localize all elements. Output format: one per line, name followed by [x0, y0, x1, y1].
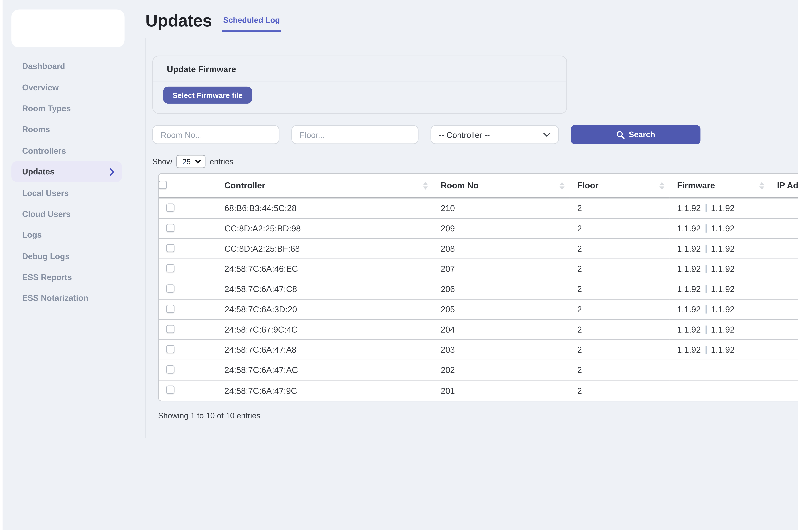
- row-checkbox[interactable]: [166, 284, 174, 292]
- ip-address-cell: [770, 340, 798, 360]
- sidebar-item-rooms[interactable]: Rooms: [11, 119, 122, 140]
- column-header-firmware[interactable]: Firmware: [669, 174, 770, 198]
- sidebar: DashboardOverviewRoom TypesRoomsControll…: [0, 0, 146, 532]
- controllers-table: Controller Room No Floor: [158, 173, 798, 401]
- firmware-separator: [705, 285, 706, 293]
- row-checkbox[interactable]: [166, 365, 174, 373]
- row-checkbox[interactable]: [166, 264, 174, 272]
- row-checkbox[interactable]: [166, 325, 174, 333]
- firmware-separator: [705, 245, 706, 253]
- controller-cell: 68:B6:B3:44:5C:28: [217, 198, 433, 219]
- select-all-header: [159, 174, 217, 198]
- sidebar-item-label: Dashboard: [22, 61, 65, 71]
- horizontal-scrollbar[interactable]: [0, 530, 798, 532]
- column-header-controller[interactable]: Controller: [217, 174, 433, 198]
- floor-cell: 2: [570, 280, 669, 300]
- controller-cell: 24:58:7C:6A:3D:20: [217, 300, 433, 320]
- controller-cell: 24:58:7C:6A:46:EC: [217, 259, 433, 280]
- sidebar-item-overview[interactable]: Overview: [11, 77, 122, 98]
- controller-cell: 24:58:7C:67:9C:4C: [217, 320, 433, 340]
- floor-cell: 2: [570, 360, 669, 381]
- firmware-separator: [705, 204, 706, 212]
- firmware-cell: 1.1.921.1.92: [669, 300, 770, 320]
- row-checkbox[interactable]: [166, 244, 174, 252]
- sidebar-item-local-users[interactable]: Local Users: [11, 182, 122, 203]
- tab-content: Update Firmware Select Firmware file -- …: [146, 38, 798, 438]
- floor-cell: 2: [570, 239, 669, 259]
- firmware-cell: [669, 360, 770, 381]
- card-body: Select Firmware file: [153, 82, 567, 113]
- controller-cell: 24:58:7C:6A:47:AC: [217, 360, 433, 381]
- ip-address-cell: [770, 280, 798, 300]
- table-row: 68:B6:B3:44:5C:2821021.1.921.1.92: [159, 198, 798, 219]
- sidebar-item-label: Local Users: [22, 188, 69, 197]
- sidebar-item-controllers[interactable]: Controllers: [11, 140, 122, 161]
- sidebar-item-dashboard[interactable]: Dashboard: [11, 56, 122, 77]
- floor-cell: 2: [570, 320, 669, 340]
- sidebar-nav: DashboardOverviewRoom TypesRoomsControll…: [0, 56, 146, 309]
- logo-placeholder: [11, 10, 125, 48]
- sidebar-item-ess-notarization[interactable]: ESS Notarization: [11, 288, 122, 309]
- firmware-cell: 1.1.921.1.92: [669, 340, 770, 360]
- room-no-cell: 205: [433, 300, 570, 320]
- table-row: 24:58:7C:6A:47:C820621.1.921.1.92: [159, 280, 798, 300]
- room-no-cell: 206: [433, 280, 570, 300]
- controller-select[interactable]: -- Controller --: [431, 125, 559, 144]
- page-title: Updates: [146, 10, 212, 32]
- sidebar-item-ess-reports[interactable]: ESS Reports: [11, 267, 122, 288]
- table-row: CC:8D:A2:25:BF:6820821.1.921.1.92: [159, 239, 798, 259]
- room-no-input[interactable]: [152, 125, 280, 144]
- card-title: Update Firmware: [153, 56, 567, 82]
- sidebar-item-label: ESS Notarization: [22, 293, 89, 303]
- column-header-ip-address[interactable]: IP Address: [770, 174, 798, 198]
- row-checkbox[interactable]: [166, 223, 174, 231]
- floor-input[interactable]: [291, 125, 418, 144]
- select-all-checkbox[interactable]: [159, 180, 167, 189]
- column-header-floor[interactable]: Floor: [570, 174, 669, 198]
- update-firmware-card: Update Firmware Select Firmware file: [152, 56, 567, 114]
- controller-cell: 24:58:7C:6A:47:A8: [217, 340, 433, 360]
- select-firmware-file-button[interactable]: Select Firmware file: [163, 87, 252, 104]
- table-row: 24:58:7C:6A:47:9C2012: [159, 381, 798, 401]
- entries-select-value: 25: [182, 157, 191, 166]
- row-checkbox[interactable]: [166, 385, 174, 394]
- entries-label: entries: [210, 157, 233, 166]
- room-no-cell: 202: [433, 360, 570, 381]
- search-icon: [616, 131, 624, 139]
- tab-scheduled-log[interactable]: Scheduled Log: [222, 16, 281, 32]
- firmware-separator: [705, 224, 706, 232]
- row-checkbox[interactable]: [166, 304, 174, 312]
- sidebar-item-label: Rooms: [22, 125, 50, 134]
- sidebar-item-label: Overview: [22, 82, 59, 92]
- sidebar-item-updates[interactable]: Updates: [11, 161, 122, 182]
- sidebar-item-logs[interactable]: Logs: [11, 225, 122, 246]
- filter-bar: -- Controller -- Search: [152, 125, 798, 144]
- column-header-room-no[interactable]: Room No: [433, 174, 570, 198]
- sort-icon: [759, 182, 764, 189]
- search-button-label: Search: [629, 130, 655, 139]
- room-no-cell: 208: [433, 239, 570, 259]
- ip-address-cell: [770, 300, 798, 320]
- ip-address-cell: [770, 320, 798, 340]
- entries-select[interactable]: 25: [176, 155, 205, 168]
- controllers-table-wrap: Controller Room No Floor: [158, 173, 798, 401]
- firmware-separator: [705, 325, 706, 334]
- sidebar-item-cloud-users[interactable]: Cloud Users: [11, 203, 122, 224]
- sidebar-item-room-types[interactable]: Room Types: [11, 98, 122, 119]
- sort-icon: [559, 182, 565, 189]
- row-checkbox[interactable]: [166, 203, 174, 211]
- showing-entries-status: Showing 1 to 10 of 10 entries: [158, 412, 260, 420]
- table-header-row: Controller Room No Floor: [159, 174, 798, 198]
- sidebar-item-debug-logs[interactable]: Debug Logs: [11, 246, 122, 267]
- floor-cell: 2: [570, 381, 669, 401]
- sidebar-item-label: ESS Reports: [22, 272, 72, 282]
- table-row: 24:58:7C:6A:46:EC20721.1.921.1.92: [159, 259, 798, 280]
- row-checkbox[interactable]: [166, 345, 174, 353]
- floor-cell: 2: [570, 259, 669, 280]
- ip-address-cell: [770, 360, 798, 381]
- controller-cell: 24:58:7C:6A:47:C8: [217, 280, 433, 300]
- firmware-cell: 1.1.921.1.92: [669, 198, 770, 219]
- sidebar-item-label: Debug Logs: [22, 251, 70, 261]
- left-edge-strip: [0, 0, 3, 532]
- search-button[interactable]: Search: [571, 125, 701, 144]
